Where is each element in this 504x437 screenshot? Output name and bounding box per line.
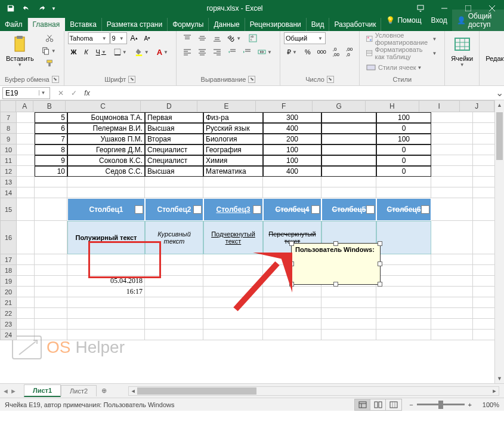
paste-button[interactable]: Вставить ▼ [4,32,36,75]
redo-icon[interactable] [35,1,49,16]
filter-dropdown-icon[interactable]: ▼ [311,205,320,214]
filter-dropdown-icon[interactable]: ▼ [366,205,375,214]
cell[interactable] [17,198,35,221]
cell[interactable]: Столбец2▼ [145,198,203,221]
cell[interactable]: Вторая [145,134,203,144]
add-sheet-button[interactable]: ⊕ [97,387,112,395]
horizontal-scrollbar[interactable]: ◄ ► [128,386,499,396]
column-header[interactable]: D [141,100,197,112]
cell[interactable] [263,287,321,297]
cell[interactable] [376,319,431,330]
scroll-left-icon[interactable]: ◄ [129,387,137,395]
cell[interactable] [321,112,376,123]
row-header[interactable]: 7 [0,112,17,123]
cell[interactable] [35,276,67,287]
cell[interactable] [321,155,376,166]
cell[interactable] [321,287,376,297]
cell[interactable] [17,297,35,308]
cell[interactable] [263,319,321,330]
filter-dropdown-icon[interactable]: ▼ [135,205,143,214]
cell[interactable]: Соколов К.С. [67,155,145,166]
page-layout-view-icon[interactable] [370,399,386,410]
merge-icon[interactable]: ▼ [255,46,276,58]
cancel-formula-icon[interactable]: ✕ [55,89,67,97]
italic-button[interactable]: К [81,46,92,58]
cell[interactable]: Боцмонова Т.А. [67,112,145,123]
scroll-up-icon[interactable]: ▲ [495,100,504,110]
undo-icon[interactable] [19,1,33,16]
cell[interactable] [145,187,203,198]
cell[interactable]: Физ-ра [203,112,263,123]
cell[interactable] [321,123,376,134]
cell[interactable] [376,297,431,308]
cell[interactable]: Столбец5▼ [321,198,376,221]
editing-button[interactable]: Редактирование▼ [483,32,504,82]
zoom-out-button[interactable]: − [409,401,413,408]
row-header[interactable]: 17 [0,254,17,265]
cell[interactable]: 400 [263,123,321,134]
cell[interactable] [321,134,376,144]
cell[interactable] [17,187,35,198]
cell[interactable] [263,330,321,340]
save-icon[interactable] [4,1,18,16]
row-header[interactable]: 11 [0,155,17,166]
cell[interactable]: Ушаков П.М. [67,134,145,144]
cell[interactable] [376,265,431,276]
filter-dropdown-icon[interactable]: ▼ [421,205,429,214]
cell[interactable] [431,144,473,155]
cell[interactable] [203,308,263,319]
align-left-icon[interactable] [180,46,194,58]
cell[interactable]: 6 [35,123,67,134]
cell[interactable] [376,221,431,254]
tab-review[interactable]: Рецензировани [245,18,307,31]
font-launcher[interactable]: ⬊ [128,76,135,83]
cell-styles-button[interactable]: Стили ячеек▼ [363,61,441,74]
font-name-combo[interactable]: Tahoma▼ [68,32,110,44]
comma-icon[interactable]: 000 [314,46,329,58]
column-header[interactable]: I [419,100,460,112]
cell[interactable]: 400 [263,166,321,177]
cell[interactable] [17,276,35,287]
cell[interactable] [67,319,145,330]
cell[interactable] [431,330,473,340]
tab-developer[interactable]: Разработчик [329,18,381,31]
cell[interactable]: 300 [263,112,321,123]
zoom-slider[interactable] [417,404,465,405]
filter-dropdown-icon[interactable]: ▼ [253,205,261,214]
cell[interactable] [431,198,473,221]
tab-layout[interactable]: Разметка страни [102,18,168,31]
share-button[interactable]: 👤Общий доступ [452,10,504,31]
cell[interactable]: 8 [35,144,67,155]
enter-formula-icon[interactable]: ✓ [68,89,80,97]
cell[interactable] [67,308,145,319]
row-header[interactable]: 18 [0,265,17,276]
cell[interactable]: 0 [376,155,431,166]
tab-formulas[interactable]: Формулы [168,18,209,31]
row-header[interactable]: 22 [0,308,17,319]
cell[interactable] [35,254,67,265]
sheet-nav[interactable]: ◄► [0,387,24,395]
font-color-icon[interactable]: A▼ [154,46,172,58]
fill-color-icon[interactable]: ▼ [132,46,153,58]
cell[interactable] [17,221,35,254]
cell[interactable]: Математика [203,166,263,177]
column-header[interactable]: A [16,100,33,112]
cell[interactable] [35,308,67,319]
orientation-icon[interactable]: ab▼ [225,32,245,44]
cell[interactable] [263,308,321,319]
tab-home[interactable]: Главная [28,18,66,31]
cell[interactable] [145,308,203,319]
cell[interactable]: Седов С.С. [67,166,145,177]
cut-icon[interactable] [39,32,60,44]
cell[interactable] [35,187,67,198]
cells-button[interactable]: Ячейки▼ [449,32,475,82]
cell[interactable] [263,297,321,308]
filter-dropdown-icon[interactable]: ▼ [193,205,202,214]
row-header[interactable]: 21 [0,297,17,308]
column-header[interactable]: C [66,100,141,112]
percent-icon[interactable]: % [302,46,314,58]
cell[interactable] [376,330,431,340]
cell[interactable]: Георгиев Д.М. [67,144,145,155]
align-launcher[interactable]: ⬊ [248,76,255,83]
cell[interactable] [67,297,145,308]
